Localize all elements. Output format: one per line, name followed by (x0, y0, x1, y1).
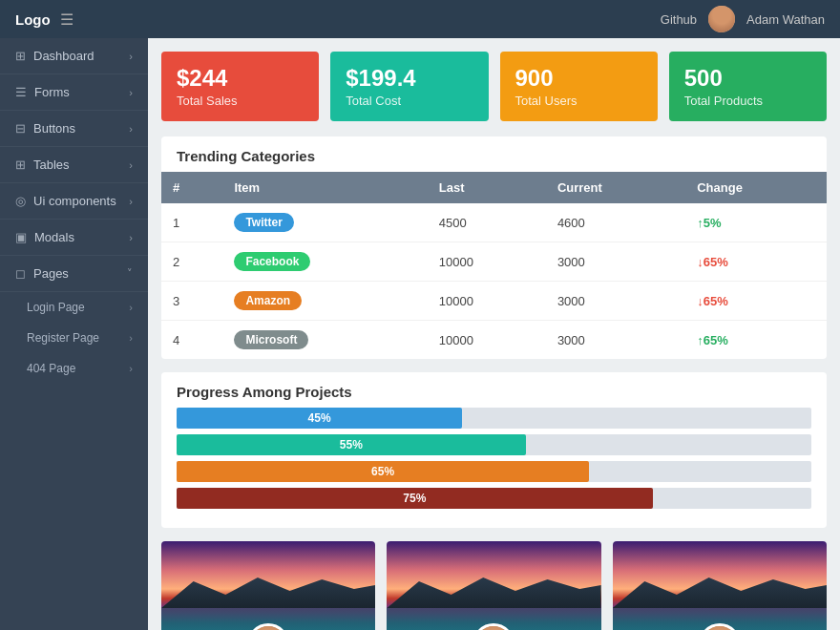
progress-bar-wrap: 65% (177, 461, 811, 482)
chevron-right-icon: › (129, 302, 133, 313)
sidebar-item-tables[interactable]: ⊞ Tables › (0, 147, 148, 183)
ui-icon: ◎ (15, 194, 26, 208)
row-num: 3 (161, 282, 222, 321)
table-row: 3 Amazon 10000 3000 ↓65% (161, 282, 827, 321)
hamburger-icon[interactable]: ☰ (60, 10, 74, 29)
mountain-scene (613, 541, 827, 630)
chevron-right-icon: › (129, 332, 133, 344)
chevron-right-icon: › (129, 87, 133, 98)
forms-icon: ☰ (15, 85, 27, 99)
row-last: 10000 (428, 282, 546, 321)
sidebar-item-login-page[interactable]: Login Page › (0, 292, 148, 323)
progress-bar-fill: 75% (177, 488, 653, 509)
profile-card: Olivia Dunham (161, 541, 375, 630)
stat-value: $244 (177, 65, 304, 92)
mountain-scene (387, 541, 600, 630)
profile-card: Olivia Dunham (613, 541, 827, 630)
progress-bar-wrap: 75% (177, 488, 811, 509)
header: Logo ☰ Github Adam Wathan (0, 0, 840, 38)
row-current: 3000 (546, 242, 685, 282)
card-image (387, 541, 600, 630)
sidebar-sub-label: Register Page (27, 331, 99, 345)
github-link[interactable]: Github (661, 12, 697, 27)
card-image (613, 541, 827, 630)
stat-card-cost: $199.4 Total Cost (330, 52, 488, 121)
stat-label: Total Users (515, 94, 642, 108)
sidebar-item-pages[interactable]: ◻ Pages ˅ (0, 256, 148, 292)
sidebar-item-modals[interactable]: ▣ Modals › (0, 220, 148, 256)
row-num: 1 (161, 203, 222, 242)
row-change: ↓65% (685, 242, 827, 282)
table-row: 1 Twitter 4500 4600 ↑5% (161, 203, 827, 242)
sidebar-item-ui-components[interactable]: ◎ Ui components › (0, 183, 148, 220)
sidebar-sub-label: Login Page (27, 301, 85, 314)
stat-card-users: 900 Total Users (500, 52, 658, 121)
row-change: ↓65% (685, 282, 827, 321)
progress-bar-wrap: 45% (177, 408, 811, 429)
row-last: 4500 (428, 203, 546, 242)
progress-bar-fill: 55% (177, 434, 526, 455)
item-badge: Facebook (234, 252, 310, 271)
sidebar-item-buttons[interactable]: ⊟ Buttons › (0, 111, 148, 147)
logo: Logo (15, 11, 51, 28)
image-cards-row: Olivia Dunham Olivia Dunham Olivia Dunha… (161, 541, 827, 630)
row-item: Amazon (222, 282, 427, 321)
sidebar-item-label: Modals (34, 230, 74, 244)
profile-card: Olivia Dunham (387, 541, 600, 630)
progress-card: Progress Among Projects 45%55%65%75% (161, 372, 827, 528)
sidebar: ⊞ Dashboard › ☰ Forms › ⊟ Buttons › ⊞ Ta… (0, 38, 148, 630)
stats-row: $244 Total Sales $199.4 Total Cost 900 T… (161, 52, 827, 121)
modals-icon: ▣ (15, 230, 27, 244)
avatar-face (475, 626, 512, 630)
main-content: $244 Total Sales $199.4 Total Cost 900 T… (148, 38, 840, 630)
sidebar-item-label: Pages (33, 266, 69, 281)
progress-bar-fill: 65% (177, 461, 589, 482)
sidebar-item-label: Ui components (33, 194, 116, 208)
stat-label: Total Products (684, 94, 811, 108)
trending-categories-card: Trending Categories # Item Last Current … (161, 136, 827, 359)
row-num: 4 (161, 321, 222, 360)
chevron-right-icon: › (129, 51, 133, 62)
sidebar-item-404-page[interactable]: 404 Page › (0, 353, 148, 384)
sidebar-item-register-page[interactable]: Register Page › (0, 323, 148, 353)
sidebar-item-dashboard[interactable]: ⊞ Dashboard › (0, 38, 148, 74)
table-row: 4 Microsoft 10000 3000 ↑65% (161, 321, 827, 360)
stat-value: 500 (684, 65, 811, 92)
table-row: 2 Facebook 10000 3000 ↓65% (161, 242, 827, 282)
col-last: Last (428, 172, 546, 203)
chevron-right-icon: › (129, 196, 133, 207)
progress-bars: 45%55%65%75% (161, 408, 827, 528)
col-change: Change (685, 172, 827, 203)
progress-title: Progress Among Projects (161, 372, 827, 408)
row-last: 10000 (428, 242, 546, 282)
sidebar-item-label: Tables (33, 158, 70, 172)
sidebar-item-forms[interactable]: ☰ Forms › (0, 74, 148, 111)
user-name: Adam Wathan (746, 12, 825, 27)
sidebar-item-label: Forms (34, 85, 70, 99)
item-badge: Amazon (234, 291, 302, 310)
chevron-right-icon: › (129, 123, 133, 135)
header-right: Github Adam Wathan (661, 6, 825, 32)
card-image (161, 541, 375, 630)
row-current: 3000 (546, 282, 685, 321)
header-left: Logo ☰ (15, 10, 74, 29)
sidebar-item-label: Dashboard (33, 49, 94, 63)
chevron-right-icon: › (129, 363, 133, 374)
avatar-face (250, 626, 286, 630)
row-num: 2 (161, 242, 222, 282)
trending-title: Trending Categories (161, 136, 827, 172)
pages-icon: ◻ (15, 266, 26, 281)
avatar (708, 6, 735, 32)
item-badge: Microsoft (234, 330, 308, 349)
row-item: Facebook (222, 242, 427, 282)
row-item: Microsoft (222, 321, 427, 360)
stat-label: Total Cost (346, 94, 472, 108)
col-current: Current (546, 172, 685, 203)
row-item: Twitter (222, 203, 427, 242)
row-change: ↑5% (685, 203, 827, 242)
chevron-down-icon: ˅ (127, 267, 133, 280)
col-item: Item (222, 172, 427, 203)
sidebar-sub-label: 404 Page (27, 362, 75, 375)
main-layout: ⊞ Dashboard › ☰ Forms › ⊟ Buttons › ⊞ Ta… (0, 38, 840, 630)
avatar-face (702, 626, 738, 630)
